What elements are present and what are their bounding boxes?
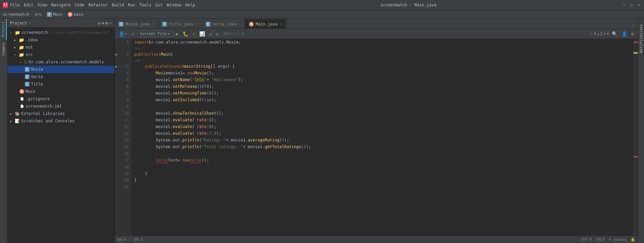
tree-package[interactable]: ▾ ⬡ br.com.alura.screenmatch.models bbox=[7, 58, 114, 66]
tree-root-path: C:\Users\40417549\Documents\C bbox=[51, 31, 109, 35]
breadcrumb-main[interactable]: Main bbox=[53, 12, 63, 17]
git-push-icon[interactable]: ↑ bbox=[241, 32, 244, 36]
run-gutter-3[interactable]: ▶ bbox=[115, 64, 118, 69]
tab-movie[interactable]: C Movie.java ✕ bbox=[115, 19, 158, 28]
title-bar: IJ File Edit View Navigate Code Refactor… bbox=[0, 0, 644, 10]
line-7: 7 bbox=[115, 90, 132, 97]
menu-bar[interactable]: File Edit View Navigate Code Refactor Bu… bbox=[10, 3, 195, 7]
menu-code[interactable]: Code bbox=[75, 3, 85, 7]
tree-movie[interactable]: C Movie bbox=[7, 66, 114, 73]
tree-serie[interactable]: C Serie bbox=[7, 73, 114, 80]
profile-run-button[interactable]: 📊 bbox=[198, 31, 206, 37]
undo-button[interactable]: ↩ bbox=[130, 31, 135, 37]
menu-window[interactable]: Window bbox=[167, 3, 181, 7]
search-button[interactable]: 🔍 bbox=[610, 31, 619, 37]
breadcrumb-main-icon: C bbox=[47, 12, 52, 17]
menu-edit[interactable]: Edit bbox=[24, 3, 34, 7]
tab-serie[interactable]: C Serie.java ✕ bbox=[202, 19, 245, 28]
tab-title[interactable]: C Title.java ✕ bbox=[158, 19, 201, 28]
coverage-button[interactable]: ⚡ bbox=[191, 31, 196, 37]
menu-tools[interactable]: Tools bbox=[139, 3, 151, 7]
dropdown-arrow-icon: ▾ bbox=[168, 32, 170, 36]
menu-refactor[interactable]: Refactor bbox=[88, 3, 108, 7]
profile-button[interactable]: 👤▾ bbox=[117, 31, 129, 37]
menu-build[interactable]: Build bbox=[112, 3, 124, 7]
tree-root[interactable]: ▾ 📁 screenmatch C:\Users\40417549\Docume… bbox=[7, 29, 114, 36]
folder-icon-idea: 📁 bbox=[19, 38, 24, 43]
run-gutter-2[interactable]: ▶ bbox=[115, 52, 118, 57]
code-hint-2: new * bbox=[132, 58, 633, 63]
code-line-1: import br.com.alura.screenmatch.models.M… bbox=[132, 39, 633, 46]
maximize-button[interactable]: □ bbox=[629, 3, 634, 7]
menu-help[interactable]: Help bbox=[185, 3, 195, 7]
toolbar-right: ⚠ 2 △ 2 ∧ ∨ 🔍 👤 ⚙ bbox=[591, 31, 635, 37]
tab-more-button[interactable]: ⋮ bbox=[629, 24, 638, 28]
tab-main[interactable]: G Main.java ✕ bbox=[245, 19, 286, 28]
sidebar-tab-commit[interactable]: Commit bbox=[1, 40, 6, 58]
tree-main-label: Main bbox=[26, 89, 35, 94]
line-21: 21 bbox=[115, 184, 132, 190]
code-content[interactable]: import br.com.alura.screenmatch.models.M… bbox=[132, 39, 633, 236]
tab-main-icon: G bbox=[249, 22, 254, 26]
code-line-3: public static void main(String[] args) { bbox=[132, 63, 633, 70]
sidebar-tab-notifications[interactable]: Notifications bbox=[638, 21, 644, 56]
code-line-12: movie1.evaluate( rate: 9); bbox=[132, 123, 633, 130]
tree-iml-label: screenmatch.iml bbox=[26, 104, 62, 109]
status-indent[interactable]: 4 spaces bbox=[609, 237, 627, 242]
tree-src[interactable]: ▾ 📁 src bbox=[7, 51, 114, 58]
tree-iml[interactable]: 📄 screenmatch.iml bbox=[7, 103, 114, 110]
tree-scratches[interactable]: ▶ 📝 Scratches and Consoles bbox=[7, 117, 114, 125]
menu-git[interactable]: Git bbox=[155, 3, 163, 7]
tab-movie-close[interactable]: ✕ bbox=[152, 22, 154, 26]
code-line-20: } bbox=[132, 177, 633, 184]
rerun-button[interactable]: ↻ bbox=[214, 31, 220, 37]
folder-icon-src: 📁 bbox=[19, 52, 24, 57]
left-sidebar: Project Commit bbox=[0, 19, 7, 243]
title-bar-left: IJ File Edit View Navigate Code Refactor… bbox=[3, 2, 195, 8]
project-dropdown-arrow[interactable]: ▾ bbox=[29, 21, 31, 25]
menu-file[interactable]: File bbox=[10, 3, 20, 7]
tree-root-label: screenmatch bbox=[21, 30, 48, 35]
tree-gitignore[interactable]: 📄 .gitignore bbox=[7, 95, 114, 103]
breadcrumb-src[interactable]: src bbox=[35, 12, 42, 17]
nav-up-btn[interactable]: ∧ bbox=[603, 32, 606, 36]
tab-serie-close[interactable]: ✕ bbox=[239, 22, 241, 26]
close-button[interactable]: ✕ bbox=[637, 3, 641, 7]
tree-title[interactable]: C Title bbox=[7, 80, 114, 88]
tree-extlibs[interactable]: ▶ 📚 External Libraries bbox=[7, 110, 114, 117]
tree-title-label: Title bbox=[31, 82, 43, 86]
current-file-dropdown[interactable]: Current File ▾ bbox=[137, 31, 173, 37]
refresh-button[interactable]: ↺ bbox=[208, 31, 213, 37]
line-5: 5 bbox=[115, 76, 132, 83]
sidebar-tab-project[interactable]: Project bbox=[0, 19, 7, 40]
breadcrumb-method[interactable]: main bbox=[74, 12, 84, 17]
tab-title-close[interactable]: ✕ bbox=[195, 22, 197, 26]
project-collapse-icon[interactable]: ─ bbox=[109, 21, 112, 25]
tree-idea[interactable]: ▶ 📁 .idea bbox=[7, 36, 114, 44]
code-line-16 bbox=[132, 150, 633, 157]
menu-run[interactable]: Run bbox=[128, 3, 135, 7]
debug-button[interactable]: 🐛 bbox=[181, 31, 190, 37]
folder-icon-root: 📁 bbox=[15, 30, 20, 35]
project-sort-icon[interactable]: ≡ bbox=[102, 21, 104, 25]
run-button[interactable]: ▶ bbox=[175, 31, 180, 37]
arrow-root: ▾ bbox=[10, 31, 13, 35]
tab-main-close[interactable]: ✕ bbox=[280, 22, 282, 26]
menu-navigate[interactable]: Navigate bbox=[51, 3, 71, 7]
git-checkmark2: ✓ bbox=[238, 32, 240, 36]
tree-movie-label: Movie bbox=[31, 67, 43, 72]
tree-out[interactable]: ▶ 📁 out bbox=[7, 44, 114, 51]
code-line-15: System.out.println("Total ratings: " + m… bbox=[132, 143, 633, 150]
project-settings-icon[interactable]: ⚙ bbox=[106, 21, 108, 25]
user-icon[interactable]: 👤 bbox=[620, 31, 629, 37]
status-encoding[interactable]: UTF-8 bbox=[581, 237, 592, 242]
minimize-button[interactable]: ─ bbox=[622, 3, 627, 7]
menu-view[interactable]: View bbox=[38, 3, 47, 7]
nav-down-btn[interactable]: ∨ bbox=[607, 32, 609, 36]
project-locate-icon[interactable]: ◎ bbox=[98, 21, 100, 25]
tree-main[interactable]: G Main bbox=[7, 88, 114, 95]
settings-button[interactable]: ⚙ bbox=[630, 31, 635, 37]
breadcrumb-screenmatch[interactable]: screenmatch bbox=[3, 12, 29, 17]
gitignore-icon: 📄 bbox=[19, 97, 24, 101]
status-linesep[interactable]: CRLF bbox=[596, 237, 605, 242]
